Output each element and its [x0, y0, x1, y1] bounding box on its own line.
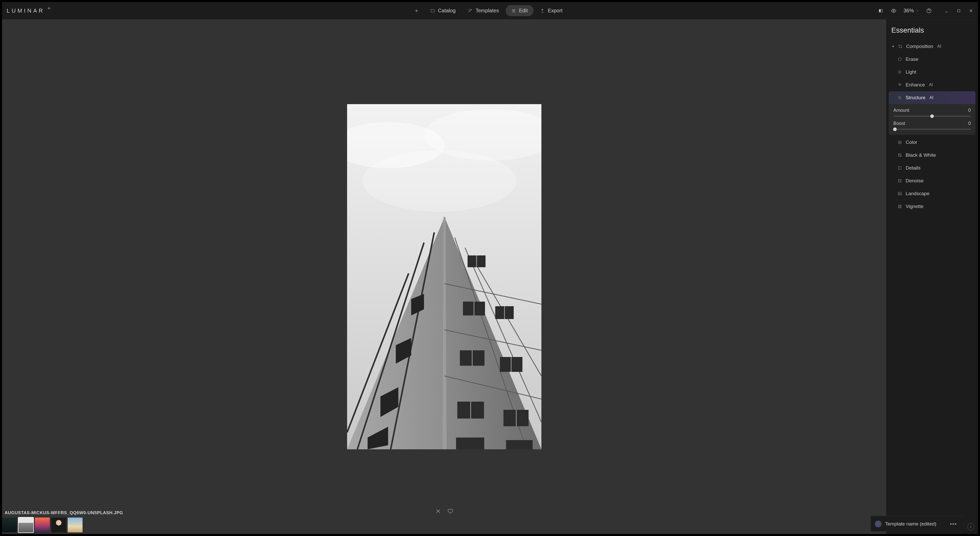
- app-logo: LUMINARAI: [7, 8, 51, 14]
- boost-value: 0: [968, 121, 971, 126]
- crop-icon: [898, 44, 903, 49]
- window-maximize[interactable]: [956, 8, 961, 13]
- amount-label: Amount: [893, 108, 909, 113]
- svg-point-2: [893, 10, 894, 11]
- window-minimize[interactable]: [944, 8, 949, 13]
- details-icon: [897, 166, 902, 170]
- tool-label: Black & White: [906, 152, 936, 158]
- svg-point-49: [900, 181, 901, 181]
- vignette-icon: [897, 204, 902, 209]
- nav-templates[interactable]: Templates: [462, 5, 504, 16]
- tool-label: Color: [906, 139, 917, 145]
- svg-rect-41: [899, 58, 901, 61]
- tool-label: Details: [906, 165, 921, 171]
- tool-label: Landscape: [906, 191, 929, 196]
- amount-value: 0: [968, 108, 971, 113]
- structure-icon: [897, 96, 902, 100]
- modified-mark: AI: [937, 44, 941, 49]
- tool-denoise[interactable]: Denoise: [889, 174, 975, 187]
- tool-label: Vignette: [906, 204, 923, 209]
- tool-bw[interactable]: Black & White: [889, 149, 975, 161]
- wand-icon: [468, 8, 473, 13]
- tool-label: Erase: [906, 56, 918, 62]
- help-icon[interactable]: [926, 8, 932, 14]
- tool-label: Composition: [906, 44, 933, 49]
- zoom-value: 36%: [904, 8, 914, 14]
- boost-slider[interactable]: [893, 129, 971, 130]
- tool-color[interactable]: Color: [889, 136, 975, 149]
- amount-slider[interactable]: [893, 116, 971, 117]
- template-bar: Template name (edited) •••: [871, 516, 963, 531]
- svg-point-42: [899, 71, 900, 73]
- nav-export[interactable]: Export: [535, 5, 568, 16]
- add-button[interactable]: [412, 6, 421, 15]
- sparkle-icon: [897, 83, 902, 87]
- svg-point-44: [899, 142, 900, 143]
- denoise-icon: [897, 179, 902, 183]
- nav-catalog-label: Catalog: [438, 8, 455, 14]
- svg-point-8: [363, 150, 516, 212]
- photo-preview: [347, 104, 541, 449]
- current-filename: AUGUSTAS-MICKUS-WFFRS_QQ6W0-UNSPLASH.JPG: [2, 509, 126, 517]
- svg-rect-1: [881, 9, 883, 12]
- template-label: Template name (edited): [885, 521, 945, 527]
- modified-mark: AI: [929, 83, 933, 87]
- nav-templates-label: Templates: [476, 8, 499, 14]
- svg-point-48: [899, 180, 899, 180]
- thumb-2[interactable]: [19, 517, 33, 533]
- compare-icon[interactable]: [878, 8, 884, 14]
- thumb-4[interactable]: [51, 517, 66, 533]
- window-close[interactable]: [969, 8, 973, 13]
- thumb-3[interactable]: [35, 517, 50, 533]
- svg-rect-46: [899, 167, 901, 169]
- sun-icon: [897, 70, 902, 74]
- tool-landscape[interactable]: Landscape: [889, 187, 975, 200]
- thumb-5[interactable]: [68, 517, 83, 533]
- tool-composition[interactable]: CompositionAI: [889, 40, 975, 53]
- tool-label: Structure: [906, 95, 925, 100]
- modified-mark: AI: [929, 96, 933, 100]
- tool-label: Denoise: [906, 178, 924, 183]
- canvas-area[interactable]: [2, 19, 886, 534]
- tool-vignette[interactable]: Vignette: [889, 200, 975, 213]
- sliders-icon: [511, 8, 516, 13]
- export-icon: [540, 8, 545, 13]
- tool-erase[interactable]: Erase: [889, 53, 975, 65]
- filmstrip: [2, 517, 126, 533]
- nav-catalog[interactable]: Catalog: [425, 5, 461, 16]
- erase-icon: [897, 57, 902, 62]
- svg-rect-4: [958, 10, 960, 12]
- info-button[interactable]: i: [967, 523, 974, 530]
- zoom-dropdown[interactable]: 36%: [904, 8, 919, 14]
- svg-rect-47: [899, 180, 901, 182]
- panel-title: Essentials: [889, 25, 975, 40]
- tool-label: Light: [906, 69, 916, 75]
- svg-point-43: [898, 141, 901, 144]
- template-thumb: [875, 521, 881, 527]
- svg-point-52: [899, 206, 901, 207]
- preview-icon[interactable]: [891, 8, 896, 14]
- tool-structure[interactable]: StructureAI: [889, 91, 975, 104]
- tool-light[interactable]: Light: [889, 65, 975, 78]
- nav-export-label: Export: [548, 8, 563, 14]
- tool-label: Enhance: [906, 82, 925, 88]
- svg-rect-0: [879, 9, 880, 12]
- color-icon: [897, 140, 902, 145]
- landscape-icon: [897, 191, 902, 196]
- template-menu-button[interactable]: •••: [948, 521, 958, 527]
- svg-rect-28: [456, 437, 484, 449]
- boost-label: Boost: [893, 121, 905, 126]
- tool-structure-panel: Amount 0 Boost 0: [889, 104, 975, 135]
- svg-rect-29: [506, 440, 533, 449]
- folder-icon: [430, 8, 435, 13]
- thumb-1[interactable]: [2, 517, 17, 533]
- bw-icon: [897, 153, 902, 158]
- chevron-down-icon: [916, 9, 919, 12]
- nav-edit[interactable]: Edit: [506, 5, 533, 16]
- tool-details[interactable]: Details: [889, 161, 975, 174]
- modified-indicator: [892, 46, 894, 47]
- nav-edit-label: Edit: [519, 8, 528, 14]
- tool-enhance[interactable]: EnhanceAI: [889, 78, 975, 91]
